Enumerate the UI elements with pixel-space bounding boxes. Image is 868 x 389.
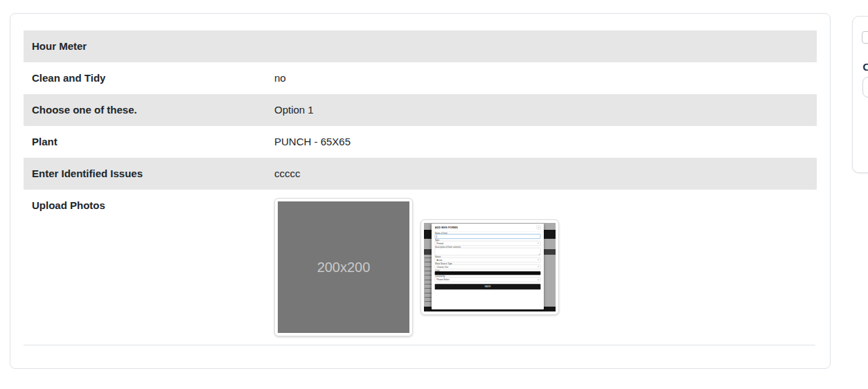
photo-thumbnail-form-screenshot[interactable]: t maintenance dant maintena ADD WHS FORM… — [420, 219, 559, 315]
table-row: Clean and Tidy no — [24, 62, 817, 94]
details-card: Hour Meter Clean and Tidy no Choose one … — [10, 13, 831, 369]
whs-forms-modal: ADD WHS FORMS × Name of form Type Printe… — [432, 224, 544, 309]
created-by-select: Please Select ▾ — [435, 277, 541, 282]
placeholder-image: 200x200 — [278, 201, 409, 333]
photos-cell: 200x200 t maintenance dant maintena — [266, 190, 817, 345]
row-value: PUNCH - 65X65 — [266, 126, 817, 158]
row-value — [266, 30, 817, 62]
row-label: Plant — [24, 126, 266, 158]
table-row: Choose one of these. Option 1 — [24, 94, 817, 126]
table-row-upload-photos: Upload Photos 200x200 — [24, 190, 817, 345]
color-swatch-input — [435, 271, 541, 275]
row-label: Enter Identified Issues — [24, 158, 266, 190]
row-label: Choose one of these. — [24, 94, 266, 126]
side-panel-input[interactable] — [862, 77, 868, 98]
name-of-form-input — [435, 234, 541, 239]
show-source-type-select: Choose One ▾ — [435, 264, 541, 269]
save-button: SAVE — [435, 284, 541, 289]
table-row: Enter Identified Issues ccccc — [24, 158, 817, 190]
screenshot-left-text-lines — [425, 257, 432, 306]
row-label: Upload Photos — [24, 190, 266, 345]
details-table: Hour Meter Clean and Tidy no Choose one … — [24, 30, 817, 345]
side-panel-partial: C — [852, 16, 868, 173]
type-select: Printed ▾ — [435, 241, 541, 246]
row-label: Hour Meter — [24, 30, 266, 62]
status-select: Active ▾ — [435, 257, 541, 262]
row-value: Option 1 — [266, 94, 817, 126]
table-row: Hour Meter — [24, 30, 817, 62]
form-screenshot-image: t maintenance dant maintena ADD WHS FORM… — [424, 223, 556, 311]
table-row: Plant PUNCH - 65X65 — [24, 126, 817, 158]
row-value: no — [266, 62, 817, 94]
close-icon: × — [537, 226, 541, 230]
placeholder-text: 200x200 — [317, 260, 371, 274]
row-label: Clean and Tidy — [24, 62, 266, 94]
photo-thumbnail-placeholder[interactable]: 200x200 — [274, 198, 413, 336]
description-textarea — [435, 248, 541, 255]
row-value: ccccc — [266, 158, 817, 190]
side-panel-partial-text: C — [863, 61, 868, 73]
divider — [24, 345, 815, 345]
side-panel-button[interactable] — [862, 31, 868, 44]
